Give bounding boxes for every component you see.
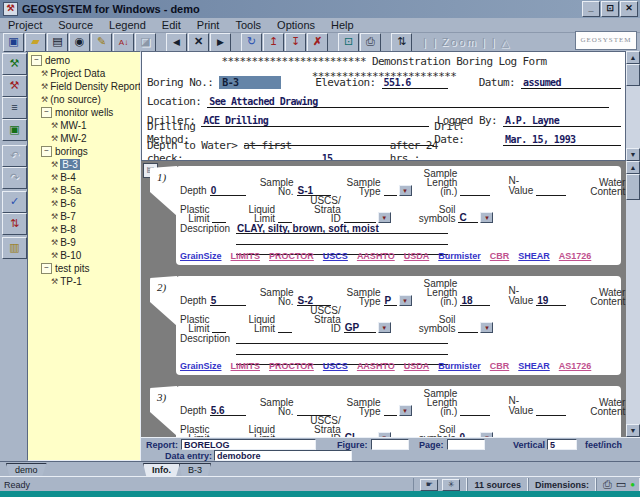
soil-symbols-field[interactable]: C	[458, 212, 478, 223]
tree-item-demo[interactable]: −demo	[31, 54, 140, 67]
delete-button[interactable]: ✗	[307, 33, 328, 52]
print-button[interactable]: ⎙	[360, 33, 381, 52]
link-usda[interactable]: USDA	[404, 361, 430, 371]
tree-item-b-8[interactable]: ⚒B-8	[51, 223, 140, 236]
report-button[interactable]: ▤	[47, 33, 68, 52]
link-uscs[interactable]: USCS	[323, 251, 348, 261]
check-data-button[interactable]: ✓	[2, 191, 27, 213]
menu-print[interactable]: Print	[189, 19, 228, 31]
plastic-limit-field[interactable]	[212, 322, 226, 333]
menu-edit[interactable]: Edit	[154, 19, 189, 31]
location-field[interactable]: See Attached Drawing	[207, 96, 609, 108]
add-source-button[interactable]: ⚒	[2, 53, 27, 75]
tree-item-tp-1[interactable]: ⚒TP-1	[51, 275, 140, 288]
link-grainsize[interactable]: GrainSize	[180, 251, 222, 261]
scroll-up-button[interactable]: ▲	[626, 51, 640, 64]
tree-item-mw-2[interactable]: ⚒MW-2	[51, 132, 140, 145]
link-proctor[interactable]: PROCTOR	[269, 251, 314, 261]
sample-type-dropdown[interactable]: ▾	[399, 295, 412, 306]
menu-legend[interactable]: Legend	[101, 19, 154, 31]
tree-item-b-3[interactable]: ⚒B-3	[51, 158, 140, 171]
link-aashto[interactable]: AASHTO	[357, 361, 395, 371]
sample-type-field[interactable]	[384, 185, 397, 196]
tree-item-b-10[interactable]: ⚒B-10	[51, 249, 140, 262]
tree-item-b-4[interactable]: ⚒B-4	[51, 171, 140, 184]
tree-item-project-data[interactable]: ⚒Project Data	[41, 67, 140, 80]
sample-length-field[interactable]: 18	[460, 295, 490, 306]
collapse-icon[interactable]: −	[41, 146, 52, 157]
view-button[interactable]: ⊡	[338, 33, 359, 52]
boring-no-field[interactable]: B-3	[219, 76, 281, 89]
first-check-field[interactable]: 15	[320, 153, 390, 161]
save-button[interactable]: ▣	[3, 33, 24, 52]
scrollbar-thumb[interactable]	[626, 64, 640, 86]
redo-button[interactable]: ↷	[2, 167, 27, 189]
strata-id-dropdown[interactable]: ▾	[378, 212, 391, 223]
description-field[interactable]	[236, 333, 448, 344]
link-usda[interactable]: USDA	[404, 251, 430, 261]
logged-by-field[interactable]: A.P. Layne	[503, 115, 621, 127]
restore-button[interactable]: ⊡	[601, 1, 619, 17]
find-button[interactable]: ◉	[69, 33, 90, 52]
link-burmister[interactable]: Burmister	[438, 361, 481, 371]
sample-length-field[interactable]	[460, 405, 490, 416]
datum-field[interactable]: assumed	[521, 77, 621, 89]
minimize-button[interactable]: _	[582, 1, 600, 17]
remove-source-button[interactable]: ⚒	[2, 75, 27, 97]
description-field[interactable]: CLAY, silty, brown, soft, moist	[236, 223, 448, 234]
prev-button[interactable]: ◀	[166, 33, 187, 52]
scroll-down-button[interactable]: ▼	[626, 424, 640, 437]
tree-item-monitor-wells[interactable]: −monitor wells	[41, 106, 140, 119]
undo-button[interactable]: ↶	[2, 145, 27, 167]
tree-item-b-6[interactable]: ⚒B-6	[51, 197, 140, 210]
description-line-2[interactable]	[236, 243, 448, 245]
depth-field[interactable]: 5	[210, 295, 246, 306]
link-cbr[interactable]: CBR	[490, 251, 510, 261]
link-burmister[interactable]: Burmister	[438, 251, 481, 261]
save-source-button[interactable]: ▣	[2, 119, 27, 141]
sample-type-field[interactable]	[384, 405, 397, 416]
link-proctor[interactable]: PROCTOR	[269, 361, 314, 371]
report-input[interactable]: BORELOG	[181, 439, 316, 450]
tree-item-borings[interactable]: −borings	[41, 145, 140, 158]
properties-button[interactable]: ≡	[2, 97, 27, 119]
link-uscs[interactable]: USCS	[323, 361, 348, 371]
settings-mode-button[interactable]: ✳	[442, 479, 460, 491]
tree-item-b-9[interactable]: ⚒B-9	[51, 236, 140, 249]
sample-type-field[interactable]: P	[384, 295, 397, 306]
open-button[interactable]: ▰	[25, 33, 46, 52]
page-input[interactable]	[447, 439, 485, 450]
collapse-icon[interactable]: −	[31, 55, 42, 66]
description-line-2[interactable]	[236, 353, 448, 355]
menu-project[interactable]: Project	[0, 19, 50, 31]
refresh-button[interactable]: ↻	[241, 33, 262, 52]
n-value-field[interactable]	[536, 405, 566, 416]
strata-id-dropdown[interactable]: ▾	[378, 322, 391, 333]
tree-item-b-7[interactable]: ⚒B-7	[51, 210, 140, 223]
tree-item-mw-1[interactable]: ⚒MW-1	[51, 119, 140, 132]
close-button[interactable]: ✕	[620, 1, 638, 17]
strata-id-field[interactable]	[344, 212, 376, 223]
tree-item-test-pits[interactable]: −test pits	[41, 262, 140, 275]
scroll-down-button[interactable]: ▼	[626, 148, 640, 161]
samples-scrollbar[interactable]: ▲ ▼	[626, 161, 640, 437]
move-up-button[interactable]: ↥	[263, 33, 284, 52]
n-value-field[interactable]	[536, 185, 566, 196]
erase-button[interactable]: ◪	[135, 33, 156, 52]
soil-symbols-dropdown[interactable]: ▾	[480, 322, 493, 333]
menu-tools[interactable]: Tools	[227, 19, 269, 31]
sort-sources-button[interactable]: ⇅	[2, 213, 27, 235]
menu-options[interactable]: Options	[269, 19, 323, 31]
vertical-input[interactable]: 5	[547, 439, 577, 450]
link-limits[interactable]: LIMITS	[231, 251, 261, 261]
link-as1726[interactable]: AS1726	[559, 251, 592, 261]
depth-field[interactable]: 5.6	[210, 405, 246, 416]
figure-input[interactable]	[371, 439, 409, 450]
menu-source[interactable]: Source	[50, 19, 101, 31]
soil-symbols-field[interactable]	[458, 322, 478, 333]
move-down-button[interactable]: ↧	[285, 33, 306, 52]
next-button[interactable]: ▶	[210, 33, 231, 52]
link-aashto[interactable]: AASHTO	[357, 251, 395, 261]
liquid-limit-field[interactable]	[278, 212, 292, 223]
elevation-field[interactable]: 551.6	[382, 77, 448, 89]
